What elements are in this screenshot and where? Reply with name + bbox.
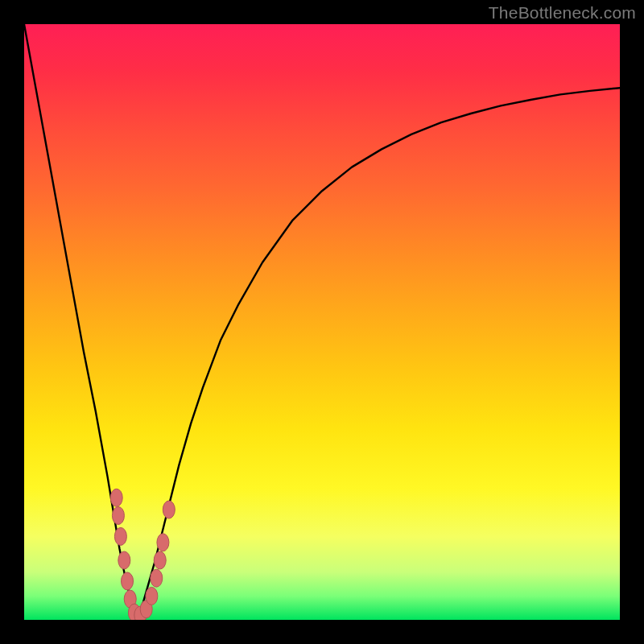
plot-area (24, 24, 620, 620)
sample-point (154, 551, 166, 569)
sample-point (157, 534, 169, 551)
bottleneck-curve (24, 24, 620, 620)
sample-point (122, 572, 134, 590)
chart-svg (24, 24, 620, 620)
sample-point (163, 501, 175, 518)
sample-points-group (110, 489, 175, 620)
sample-point (110, 489, 122, 506)
watermark-text: TheBottleneck.com (489, 3, 636, 23)
sample-point (114, 527, 126, 545)
sample-point (112, 507, 124, 525)
sample-point (118, 551, 130, 569)
sample-point (146, 587, 158, 605)
chart-stage: TheBottleneck.com (0, 0, 644, 644)
sample-point (151, 569, 163, 587)
